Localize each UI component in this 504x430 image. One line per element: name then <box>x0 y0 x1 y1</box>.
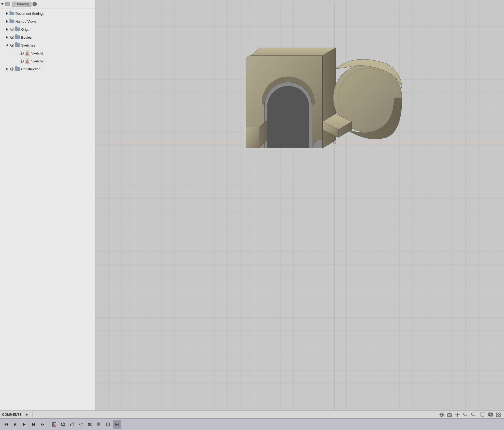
folder-icon <box>10 20 14 23</box>
unsaved-label: (Unsaved) <box>12 2 31 7</box>
step-back-start-btn[interactable] <box>2 420 11 429</box>
sketch-icon <box>25 58 30 64</box>
statusbar-left: COMMENTS + <box>2 411 97 418</box>
svg-rect-58 <box>499 415 501 417</box>
visibility-icon[interactable] <box>19 51 24 56</box>
item-label: Document Settings <box>15 12 44 16</box>
tree-item-document-settings[interactable]: Document Settings <box>0 10 95 17</box>
svg-line-5 <box>11 28 14 30</box>
add-comment-btn[interactable]: + <box>23 411 30 418</box>
divider <box>478 412 478 417</box>
active-tool-btn[interactable] <box>113 420 121 429</box>
extrude-tool-btn[interactable] <box>68 420 76 429</box>
expand-icon <box>5 43 10 48</box>
expand-icon <box>14 51 19 56</box>
part-svg <box>238 48 402 159</box>
collapse-arrow-icon <box>1 3 4 5</box>
comments-label: COMMENTS <box>2 413 22 417</box>
svg-rect-87 <box>99 423 100 424</box>
svg-rect-47 <box>480 413 485 416</box>
expand-icon <box>14 59 19 63</box>
visibility-icon[interactable] <box>10 66 15 72</box>
svg-point-11 <box>21 53 22 54</box>
svg-point-39 <box>449 414 450 416</box>
item-label: Construction <box>21 67 40 71</box>
step-back-btn[interactable] <box>11 420 20 429</box>
camera-icon[interactable] <box>446 411 453 418</box>
folder-icon <box>10 12 14 15</box>
svg-point-29 <box>12 68 13 70</box>
tree-area: Document Settings Named Views <box>0 8 95 410</box>
visibility-icon[interactable] <box>10 43 15 48</box>
svg-marker-60 <box>4 423 6 426</box>
svg-marker-75 <box>62 424 64 426</box>
zoom-icon[interactable] <box>470 411 477 418</box>
item-label: Bodies <box>21 35 32 39</box>
expand-icon <box>5 27 10 32</box>
svg-marker-82 <box>83 424 83 425</box>
svg-rect-79 <box>71 424 74 426</box>
mirror-tool-btn[interactable] <box>86 420 94 429</box>
tree-item-named-views[interactable]: Named Views <box>0 17 95 25</box>
tree-item-origin[interactable]: Origin <box>0 25 95 33</box>
pan-icon[interactable] <box>454 411 461 418</box>
revolve-tool-btn[interactable] <box>77 420 85 429</box>
tree-item-sketches[interactable]: Sketches <box>0 41 95 49</box>
display-mode-icon[interactable] <box>479 411 486 418</box>
zoom-search-icon[interactable] <box>462 411 469 418</box>
view-cube-icon[interactable] <box>487 411 494 418</box>
play-btn[interactable] <box>20 420 29 429</box>
pattern-tool-btn[interactable] <box>95 420 103 429</box>
tree-item-bodies[interactable]: Bodies <box>0 33 95 41</box>
svg-line-41 <box>466 415 467 417</box>
cursor-indicator <box>333 141 336 144</box>
expand-icon <box>5 67 10 71</box>
grid-settings-icon[interactable] <box>495 411 502 418</box>
svg-marker-73 <box>53 423 55 426</box>
expand-icon <box>5 11 10 16</box>
item-label: Origin <box>21 28 30 31</box>
folder-icon <box>15 28 20 31</box>
item-label: Sketches <box>21 43 35 47</box>
svg-rect-62 <box>14 423 15 426</box>
svg-marker-66 <box>41 423 42 426</box>
statusbar-right <box>98 411 502 418</box>
svg-rect-56 <box>499 413 501 414</box>
record-btn[interactable]: ● <box>33 2 37 6</box>
svg-rect-12 <box>25 51 30 56</box>
svg-rect-85 <box>91 423 92 426</box>
statusbar: COMMENTS + <box>0 410 504 418</box>
mesh-tool-btn[interactable] <box>59 420 67 429</box>
item-label: Sketch2 <box>31 59 44 63</box>
top-document-item[interactable]: (Unsaved) ● <box>0 0 95 8</box>
svg-marker-61 <box>14 423 16 426</box>
svg-rect-57 <box>496 415 498 417</box>
svg-marker-59 <box>6 423 8 426</box>
svg-marker-67 <box>43 423 44 426</box>
toolbar-separator <box>48 421 48 428</box>
tree-item-construction[interactable]: Construction <box>0 65 95 73</box>
section-tool-btn[interactable] <box>104 420 112 429</box>
svg-marker-63 <box>23 423 26 426</box>
item-label: Named Views <box>15 20 36 24</box>
svg-rect-1 <box>6 3 9 3</box>
sidebar: (Unsaved) ● Document Settings Named View… <box>0 0 95 410</box>
tree-item-sketch2[interactable]: Sketch2 <box>0 57 95 65</box>
tree-item-sketch1[interactable]: Sketch1 <box>0 49 95 57</box>
svg-point-20 <box>21 61 22 62</box>
viewport[interactable] <box>95 0 504 410</box>
visibility-icon[interactable] <box>10 35 15 40</box>
svg-rect-38 <box>447 414 452 417</box>
item-label: Sketch1 <box>31 51 44 55</box>
home-nav-icon[interactable] <box>438 411 445 418</box>
visibility-icon[interactable] <box>19 58 24 64</box>
step-forward-end-btn[interactable] <box>38 420 47 429</box>
visibility-icon[interactable] <box>10 27 15 32</box>
svg-rect-21 <box>25 59 30 63</box>
expand-icon <box>5 35 10 40</box>
svg-rect-2 <box>6 4 8 4</box>
sketch-tool-btn[interactable] <box>50 420 58 429</box>
step-forward-btn[interactable] <box>29 420 38 429</box>
svg-rect-55 <box>496 413 498 414</box>
main-container: (Unsaved) ● Document Settings Named View… <box>0 0 504 410</box>
